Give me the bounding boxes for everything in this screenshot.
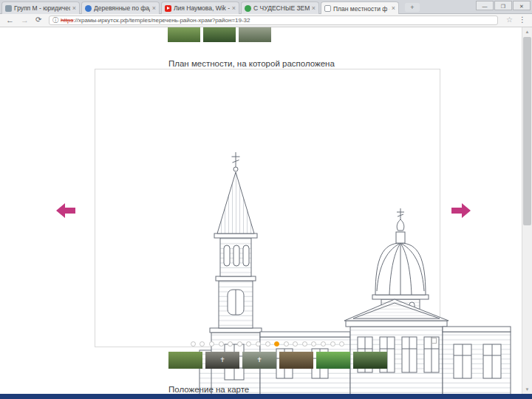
close-button[interactable]: ✕ bbox=[513, 1, 531, 10]
info-icon[interactable]: ⓘ bbox=[52, 16, 58, 24]
cross-icon: ✝ bbox=[219, 357, 225, 364]
carousel-dots bbox=[95, 337, 440, 350]
carousel-dot[interactable] bbox=[246, 341, 251, 347]
carousel-prev-button[interactable] bbox=[56, 203, 75, 218]
scrollbar[interactable]: ▲ ▼ bbox=[522, 27, 532, 394]
browser-menu-icon[interactable]: ⋮ bbox=[519, 16, 526, 24]
thumbnail[interactable] bbox=[239, 27, 271, 42]
forward-icon[interactable]: → bbox=[21, 16, 29, 24]
section-heading-top: План местности, на которой расположена bbox=[168, 59, 335, 68]
tab-close-icon[interactable]: × bbox=[72, 5, 76, 12]
carousel-dot[interactable] bbox=[284, 341, 289, 347]
browser-toolbar: ← → ⟳ ⓘ https://храмы-иркутск.рф/temples… bbox=[0, 14, 532, 27]
carousel-dot[interactable] bbox=[293, 341, 298, 347]
tab-favicon-icon bbox=[85, 5, 92, 12]
carousel-dot[interactable] bbox=[339, 341, 344, 347]
maximize-button[interactable]: ❐ bbox=[494, 1, 512, 10]
tab-close-icon[interactable]: × bbox=[392, 5, 395, 12]
tab-close-icon[interactable]: × bbox=[232, 5, 236, 12]
tab-favicon-icon bbox=[245, 5, 251, 12]
carousel-dot[interactable] bbox=[228, 341, 233, 347]
tab-title: План местности ф - Бурят… bbox=[333, 5, 389, 13]
scroll-down-icon[interactable]: ▼ bbox=[522, 385, 532, 394]
back-icon[interactable]: ← bbox=[6, 16, 14, 24]
arrow-right-icon bbox=[451, 203, 471, 218]
tab-favicon-icon bbox=[5, 5, 12, 12]
carousel-dot[interactable] bbox=[237, 341, 242, 347]
browser-tab[interactable]: С ЧУДЕСНЫЕ ЗЕМЛИ ПЕР… × bbox=[241, 1, 319, 14]
thumbnail[interactable] bbox=[279, 352, 313, 369]
thumbnail[interactable]: ✝ bbox=[242, 352, 276, 369]
carousel-dot[interactable] bbox=[256, 341, 261, 347]
carousel-dot-active[interactable] bbox=[274, 341, 279, 347]
url-scheme: https bbox=[61, 17, 73, 24]
browser-tab[interactable]: Лия Наумова, Wik - Yo… × bbox=[161, 1, 239, 14]
arrow-left-icon bbox=[56, 203, 75, 218]
carousel-dot[interactable] bbox=[191, 341, 196, 347]
thumbnail[interactable] bbox=[353, 352, 387, 369]
thumbnail-row-bottom: ✝✝ bbox=[168, 352, 387, 369]
carousel-dot[interactable] bbox=[330, 341, 335, 347]
taskbar bbox=[0, 394, 532, 399]
section-heading-bottom: Положение на карте bbox=[168, 385, 249, 394]
tab-title: Лия Наумова, Wik - Yo… bbox=[174, 4, 230, 12]
thumbnail[interactable] bbox=[168, 352, 202, 369]
tab-close-icon[interactable]: × bbox=[312, 5, 316, 12]
cross-icon: ✝ bbox=[256, 357, 262, 364]
minimize-button[interactable]: — bbox=[476, 1, 494, 10]
tab-favicon-icon bbox=[324, 5, 331, 12]
carousel-next-button[interactable] bbox=[451, 203, 471, 218]
address-bar[interactable]: ⓘ https://храмы-иркутск.рф/temples/переч… bbox=[49, 16, 498, 25]
tab-close-icon[interactable]: × bbox=[152, 5, 156, 12]
scroll-up-icon[interactable]: ▲ bbox=[522, 27, 532, 36]
tab-title: С ЧУДЕСНЫЕ ЗЕМЛИ ПЕР… bbox=[253, 4, 310, 12]
browser-tabstrip: Групп М - юридическ… × Деревянные по фад… bbox=[0, 0, 532, 14]
carousel-dot[interactable] bbox=[302, 341, 307, 347]
tab-title: Групп М - юридическ… bbox=[14, 4, 70, 12]
refresh-icon[interactable]: ⟳ bbox=[35, 16, 41, 24]
carousel-image-card bbox=[95, 69, 440, 347]
scrollbar-thumb[interactable] bbox=[523, 37, 531, 225]
browser-tab-active[interactable]: План местности ф - Бурят… × bbox=[321, 1, 399, 15]
url-rest: ://храмы-иркутск.рф/temples/перечень-рай… bbox=[73, 17, 250, 24]
fullscreen-icon[interactable] bbox=[431, 338, 437, 344]
bookmark-star-icon[interactable]: ☆ bbox=[506, 16, 513, 24]
new-tab-button[interactable]: + bbox=[405, 3, 420, 12]
thumbnail[interactable]: ✝ bbox=[205, 352, 239, 369]
youtube-favicon-icon bbox=[165, 5, 171, 12]
carousel-dot[interactable] bbox=[200, 341, 205, 347]
window-controls: — ❐ ✕ bbox=[475, 1, 531, 10]
carousel-dot[interactable] bbox=[311, 341, 316, 347]
browser-tab[interactable]: Групп М - юридическ… × bbox=[1, 1, 80, 14]
carousel-dot[interactable] bbox=[219, 341, 224, 347]
url-text: https://храмы-иркутск.рф/temples/перечен… bbox=[61, 17, 250, 24]
thumbnail[interactable] bbox=[168, 27, 200, 42]
browser-tab[interactable]: Деревянные по фадми… × bbox=[81, 1, 160, 14]
thumbnail[interactable] bbox=[203, 27, 236, 42]
carousel-dot[interactable] bbox=[209, 341, 214, 347]
carousel-dot[interactable] bbox=[265, 341, 270, 347]
carousel-dot[interactable] bbox=[321, 341, 326, 347]
thumbnail-row-top bbox=[168, 27, 271, 42]
tab-title: Деревянные по фадми… bbox=[94, 4, 150, 12]
thumbnail[interactable] bbox=[316, 352, 350, 369]
